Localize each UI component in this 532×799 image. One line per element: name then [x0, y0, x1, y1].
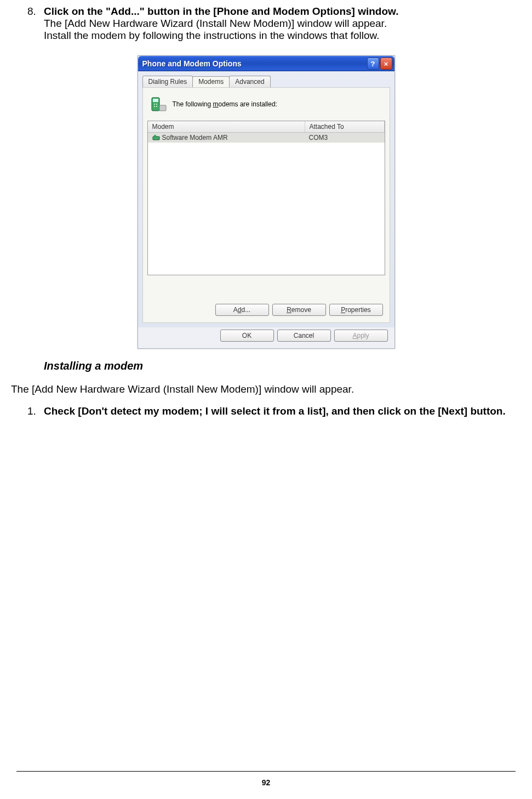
- close-button[interactable]: ×: [380, 58, 392, 70]
- svg-rect-8: [154, 135, 156, 137]
- step-8: 8. Click on the "Add..." button in the […: [27, 5, 521, 42]
- footer-divider: [16, 771, 516, 772]
- window-title: Phone and Modem Options: [142, 59, 366, 68]
- info-text: The following modems are installed:: [173, 100, 277, 108]
- dialog-footer: OK Cancel Apply: [138, 327, 394, 348]
- properties-button[interactable]: Properties: [329, 304, 383, 316]
- remove-button[interactable]: Remove: [272, 304, 326, 316]
- cancel-button[interactable]: Cancel: [277, 330, 331, 342]
- modem-listview[interactable]: Modem Attached To Software Modem AMR COM…: [147, 121, 385, 275]
- titlebar[interactable]: Phone and Modem Options ? ×: [138, 56, 394, 71]
- column-attached-to[interactable]: Attached To: [305, 121, 385, 132]
- add-button[interactable]: Add...: [215, 304, 269, 316]
- step-1-text: Check [Don't detect my modem; I will sel…: [44, 405, 521, 417]
- step-8-line2: The [Add New Hardware Wizard (Install Ne…: [44, 18, 387, 29]
- list-header: Modem Attached To: [148, 121, 385, 133]
- tab-panel-modems: The following modems are installed: Mode…: [142, 87, 390, 323]
- subheading-installing-modem: Installing a modem: [44, 360, 532, 372]
- svg-rect-1: [153, 99, 158, 102]
- modem-icon: [152, 134, 160, 141]
- ok-button[interactable]: OK: [220, 330, 274, 342]
- tab-dialing-rules[interactable]: Dialing Rules: [142, 76, 193, 87]
- svg-point-3: [156, 104, 157, 105]
- info-row: The following modems are installed:: [150, 95, 383, 113]
- paragraph-wizard-appear: The [Add New Hardware Wizard (Install Ne…: [11, 383, 521, 395]
- page-number: 92: [0, 778, 532, 787]
- svg-rect-6: [159, 105, 166, 111]
- phone-modem-icon: [150, 95, 167, 113]
- step-8-text: Click on the "Add..." button in the [Pho…: [44, 5, 521, 42]
- tab-advanced[interactable]: Advanced: [229, 76, 270, 87]
- apply-button[interactable]: Apply: [334, 330, 388, 342]
- step-8-number: 8.: [27, 5, 44, 42]
- step-8-line3: Install the modem by following the instr…: [44, 30, 380, 41]
- step-8-bold: Click on the "Add..." button in the [Pho…: [44, 5, 398, 17]
- phone-modem-dialog: Phone and Modem Options ? × Dialing Rule…: [138, 55, 395, 349]
- tab-modems[interactable]: Modems: [192, 76, 230, 88]
- action-buttons: Add... Remove Properties: [215, 304, 383, 316]
- step-1-number: 1.: [27, 405, 44, 417]
- list-item-port: COM3: [305, 133, 385, 143]
- tab-bar: Dialing Rules Modems Advanced: [142, 76, 394, 87]
- svg-point-4: [154, 106, 155, 107]
- svg-point-5: [156, 106, 157, 107]
- list-item[interactable]: Software Modem AMR COM3: [148, 133, 385, 143]
- list-item-name: Software Modem AMR: [148, 133, 305, 143]
- column-modem[interactable]: Modem: [148, 121, 305, 132]
- help-button[interactable]: ?: [367, 58, 379, 70]
- svg-rect-7: [153, 137, 159, 140]
- step-1: 1. Check [Don't detect my modem; I will …: [27, 405, 521, 417]
- svg-point-2: [154, 104, 155, 105]
